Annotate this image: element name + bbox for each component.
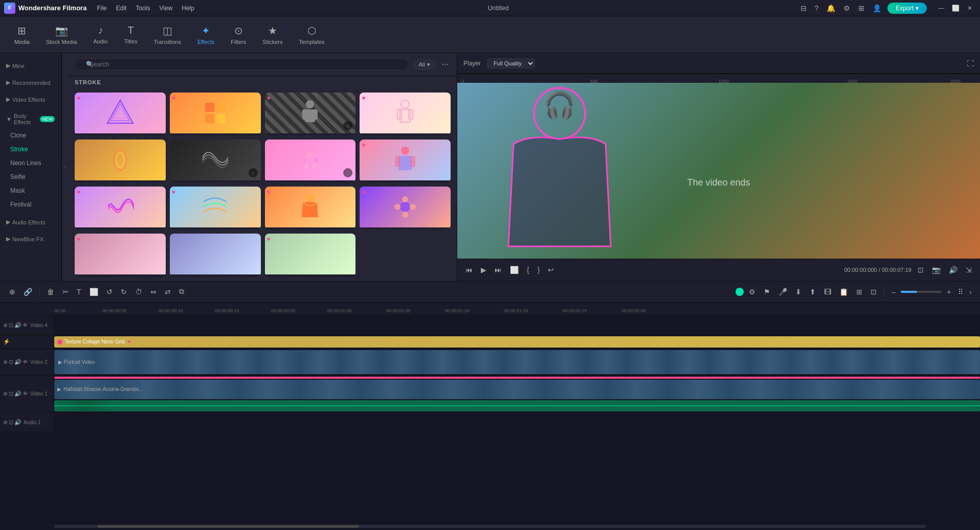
text-button[interactable]: T xyxy=(74,286,84,298)
effect-card-texture-collage[interactable]: ♥ Texture Collage Neon Grid xyxy=(170,93,261,135)
sidebar-item-mask[interactable]: Mask xyxy=(2,184,59,197)
link-button[interactable]: 🔗 xyxy=(20,286,35,298)
zoom-out-button[interactable]: – xyxy=(888,286,899,298)
menu-edit[interactable]: Edit xyxy=(112,4,131,13)
track-mute-icon4[interactable]: 🔊 xyxy=(14,419,21,426)
settings-button-right[interactable]: ⚙ xyxy=(746,286,759,298)
toolbar-transitions[interactable]: ◫ Transitions xyxy=(148,21,187,48)
player-fullscreen-icon[interactable]: ⛶ xyxy=(967,59,974,67)
flag-button[interactable]: ⚑ xyxy=(761,286,773,298)
split-button[interactable]: ⊞ xyxy=(853,286,865,298)
redo-button[interactable]: ↻ xyxy=(118,286,130,298)
sidebar-item-stroke[interactable]: Stroke xyxy=(2,143,59,156)
toolbar-stickers[interactable]: ★ Stickers xyxy=(256,21,288,48)
effect-card-neon-flow[interactable]: ♥ Neon Flow 3 xyxy=(75,187,166,229)
quality-select[interactable]: Full Quality 1/2 Quality 1/4 Quality xyxy=(487,58,535,68)
zoom-slider[interactable] xyxy=(901,291,942,293)
search-input[interactable] xyxy=(75,58,409,71)
add-track-button[interactable]: ⊕ xyxy=(6,286,18,298)
volume-button[interactable]: 🔊 xyxy=(947,264,960,276)
subtitles-button[interactable]: ⊡ xyxy=(916,264,926,276)
export-button[interactable]: Export ▾ xyxy=(887,3,927,14)
track-add-icon4[interactable]: ⊕ xyxy=(3,419,8,426)
transform-button[interactable]: ↺ xyxy=(103,286,116,298)
split-audio-button[interactable]: ⇔ xyxy=(147,286,160,298)
effect-card-human-glitch[interactable]: ♥ Human Glitch xyxy=(360,140,451,182)
track-lock-icon2[interactable]: ⊡ xyxy=(9,359,13,365)
sidebar-item-neon-lines[interactable]: Neon Lines xyxy=(2,156,59,170)
out-point-button[interactable]: } xyxy=(536,264,542,276)
timeline-scrollbar-thumb[interactable] xyxy=(98,525,359,528)
sidebar-section-newblue-header[interactable]: ▶ NewBlue FX xyxy=(0,233,61,245)
effect-card-triangular[interactable]: ♥ Triangular Corrugation xyxy=(75,93,166,135)
menu-tools[interactable]: Tools xyxy=(131,4,154,13)
toolbar-effects[interactable]: ✦ Effects xyxy=(191,21,220,48)
effect-card-ai-portrait[interactable]: ♥ AI Portrait Loop Fire xyxy=(265,187,356,229)
color-grading-button[interactable]: 🎞 xyxy=(821,286,834,298)
track-mute-icon[interactable]: 🔊 xyxy=(14,322,21,329)
sidebar-item-festival[interactable]: Festival xyxy=(2,198,59,211)
copy-button[interactable]: ⧉ xyxy=(176,285,187,298)
loop-button[interactable]: ⬜ xyxy=(508,264,521,276)
frame-step-back-button[interactable]: ↩ xyxy=(546,264,556,276)
delete-button[interactable]: 🗑 xyxy=(44,286,57,298)
expand-button[interactable]: › xyxy=(967,287,974,297)
track-lock-icon3[interactable]: ⊡ xyxy=(9,390,13,397)
track-visible-icon[interactable]: 👁 xyxy=(23,322,28,329)
speed-button[interactable]: ⊡ xyxy=(867,286,880,298)
sidebar-section-recommended-header[interactable]: ▶ Recommended xyxy=(0,76,61,89)
track-visible-icon3[interactable]: 👁 xyxy=(23,390,28,397)
toolbar-media[interactable]: ⊞ Media xyxy=(8,21,36,48)
menu-help[interactable]: Help xyxy=(177,4,198,13)
effect-card-texture-floral[interactable]: ♥ Texture Portrait Floral 02 xyxy=(360,187,451,229)
zoom-in-button[interactable]: + xyxy=(944,286,954,298)
sidebar-section-mine-header[interactable]: ▶ Mine xyxy=(0,59,61,72)
more-player-options-button[interactable]: ⇲ xyxy=(964,264,974,276)
menu-view[interactable]: View xyxy=(155,4,176,13)
detach-audio-button[interactable]: ⇄ xyxy=(162,286,174,298)
effect-card-row4a[interactable]: ♥ xyxy=(75,234,166,276)
track-add-icon3[interactable]: ⊕ xyxy=(3,390,8,397)
play-button[interactable]: ▶ xyxy=(479,264,488,276)
motion-button[interactable]: 📋 xyxy=(836,286,851,298)
track-lock-icon[interactable]: ⊡ xyxy=(9,322,13,329)
win-maximize-button[interactable]: ⬜ xyxy=(949,2,962,14)
sidebar-section-video-effects-header[interactable]: ▶ Video Effects xyxy=(0,93,61,106)
video1-clip[interactable]: ▶ Hallstatt-Strasse-Austria-Grambo... xyxy=(54,380,980,399)
toolbar-templates[interactable]: ⬡ Templates xyxy=(293,21,330,48)
go-to-start-button[interactable]: ⏮ xyxy=(463,264,475,276)
win-minimize-button[interactable]: — xyxy=(935,2,947,14)
import-button[interactable]: ⬇ xyxy=(792,286,805,298)
effect-card-row4b[interactable] xyxy=(170,234,261,276)
effect-card-human-border[interactable]: ♥ Human Border xyxy=(360,93,451,135)
cut-button[interactable]: ✂ xyxy=(59,286,72,298)
effect-card-pink-pixel[interactable]: ↓ Texture Portrait Pink Pixel xyxy=(265,140,356,182)
track-add-icon[interactable]: ⊕ xyxy=(3,322,8,329)
sidebar-item-clone[interactable]: Clone xyxy=(2,129,59,142)
timer-button[interactable]: ⏱ xyxy=(132,286,145,298)
screenshot-button[interactable]: 📷 xyxy=(930,264,943,276)
notification-icon[interactable]: 🔔 xyxy=(825,3,837,13)
timeline-scrollbar-track[interactable] xyxy=(54,525,926,528)
toolbar-stock-media[interactable]: 📷 Stock Media xyxy=(40,21,83,48)
mic-button[interactable]: 🎤 xyxy=(775,286,790,298)
track-mute-icon3[interactable]: 🔊 xyxy=(14,390,21,397)
effect-card-multicolor[interactable]: ♥ Multicolor Flow 1 xyxy=(170,187,261,229)
more-options-button[interactable]: ··· xyxy=(440,59,451,70)
win-close-button[interactable]: ✕ xyxy=(964,2,976,14)
settings-icon[interactable]: ⚙ xyxy=(841,3,852,13)
sidebar-item-selfie[interactable]: Selfie xyxy=(2,170,59,183)
track-visible-icon2[interactable]: 👁 xyxy=(23,359,28,365)
effect-card-human-seg[interactable]: ♥ ↓ Human Segmentation xyxy=(265,93,356,135)
in-point-button[interactable]: { xyxy=(525,264,531,276)
grid-view-icon[interactable]: ⊞ xyxy=(856,3,866,13)
track-add-icon2[interactable]: ⊕ xyxy=(3,359,8,365)
video2-clip[interactable]: ▶ Portrait Video xyxy=(54,350,980,374)
help-icon[interactable]: ? xyxy=(813,3,821,13)
track-mute-icon2[interactable]: 🔊 xyxy=(14,359,21,365)
menu-file[interactable]: File xyxy=(93,4,110,13)
effect-clip[interactable]: Texture Collage Neon Grid ♥ xyxy=(54,336,980,348)
filter-all-button[interactable]: All ▾ xyxy=(413,59,435,70)
player-viewport[interactable]: 🎧 The video ends xyxy=(457,83,980,259)
toolbar-filters[interactable]: ⊙ Filters xyxy=(225,21,252,48)
